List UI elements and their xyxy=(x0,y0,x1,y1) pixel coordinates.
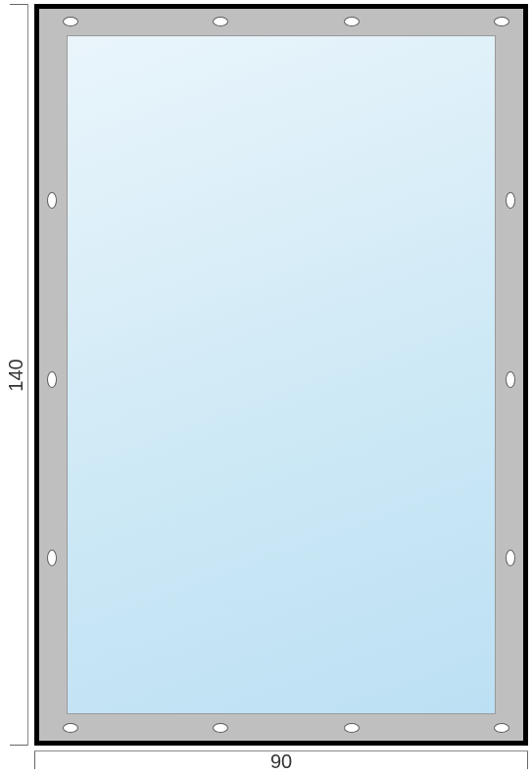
dimension-horizontal-label: 90 xyxy=(270,750,292,773)
tarpaulin-diagram: 140 90 xyxy=(0,0,532,774)
eyelet-top-2 xyxy=(344,17,360,26)
panel-transparent-sheet xyxy=(67,35,496,714)
dimension-vertical-tick-bottom xyxy=(10,745,27,746)
dimension-horizontal: 90 xyxy=(34,748,528,772)
eyelet-right-0 xyxy=(506,192,515,209)
dimension-vertical: 140 xyxy=(6,4,30,746)
panel-frame xyxy=(39,9,523,741)
dimension-horizontal-tick-right xyxy=(527,751,528,769)
dimension-horizontal-tick-left xyxy=(34,751,35,769)
dimension-vertical-label: 140 xyxy=(5,359,27,391)
panel-outer-border xyxy=(34,4,528,746)
eyelet-bottom-0 xyxy=(63,723,78,733)
eyelet-top-0 xyxy=(63,17,78,26)
eyelet-left-1 xyxy=(47,371,57,388)
dimension-vertical-tick-top xyxy=(10,4,27,5)
eyelet-top-3 xyxy=(494,17,509,26)
eyelet-right-2 xyxy=(506,550,515,566)
eyelet-bottom-2 xyxy=(344,723,360,733)
eyelet-bottom-3 xyxy=(494,723,509,733)
eyelet-right-1 xyxy=(506,371,515,388)
eyelet-bottom-1 xyxy=(213,723,228,733)
eyelet-left-0 xyxy=(47,192,57,209)
eyelet-left-2 xyxy=(47,550,57,566)
eyelet-top-1 xyxy=(213,17,228,26)
